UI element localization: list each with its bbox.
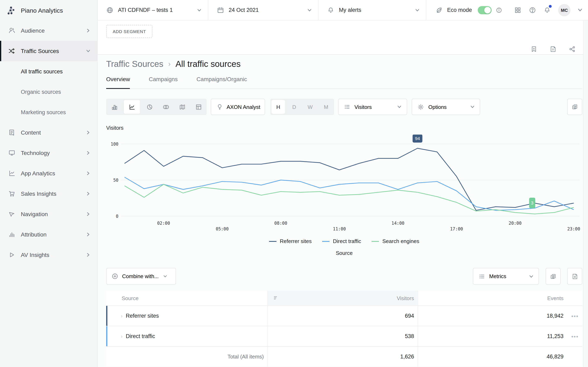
help-icon[interactable]	[529, 6, 536, 14]
date-selector[interactable]: 24 Oct 2021	[208, 0, 319, 20]
notifications-bell[interactable]	[544, 6, 551, 14]
date-value: 24 Oct 2021	[229, 7, 259, 13]
copy-table-button[interactable]	[545, 268, 561, 285]
document-d-icon[interactable]: D	[550, 46, 557, 53]
avatar[interactable]: MC	[558, 4, 571, 16]
granularity-month[interactable]: M	[318, 99, 334, 115]
info-icon[interactable]	[496, 7, 502, 13]
legend-swatch	[372, 241, 379, 242]
eco-mode-control: Eco mode	[426, 0, 502, 20]
sidebar-item-content[interactable]: Content	[0, 122, 97, 143]
site-selector[interactable]: ATI CDFNDF – tests 1	[98, 0, 208, 20]
sidebar-item-attribution[interactable]: Attribution	[0, 224, 97, 245]
legend-swatch	[269, 241, 277, 242]
svg-text:20:00: 20:00	[509, 221, 521, 226]
notification-dot	[549, 5, 552, 8]
chevron-down-icon	[163, 275, 167, 278]
column-header-events[interactable]: Events	[418, 291, 568, 305]
share-icon[interactable]	[569, 46, 576, 53]
row-expand-icon[interactable]: ›	[121, 333, 122, 339]
chevron-down-icon	[307, 8, 311, 12]
scrollbar[interactable]	[583, 20, 588, 367]
axon-analyst-label: AXON Analyst	[227, 104, 260, 110]
traffic-sources-table: Source Visitors Events ›Referrer sites 6…	[106, 291, 582, 367]
breadcrumb: Traffic Sources › All traffic sources	[106, 59, 241, 69]
export-button[interactable]	[567, 268, 582, 285]
copy-chart-button[interactable]	[567, 99, 582, 115]
chevron-right-icon	[86, 233, 90, 236]
column-header-visitors[interactable]: Visitors	[268, 291, 418, 305]
chart-dimension-label: Source	[106, 250, 582, 256]
table-icon[interactable]	[190, 99, 207, 115]
legend-item-search-engines[interactable]: Search engines	[372, 238, 419, 244]
chevron-right-icon	[86, 151, 90, 155]
metrics-dropdown[interactable]: Metrics	[473, 268, 539, 285]
table-header-row: Source Visitors Events	[106, 291, 582, 305]
bookmark-star-icon[interactable]	[530, 46, 537, 53]
venn-icon[interactable]	[158, 99, 174, 115]
copy-icon	[550, 273, 556, 280]
column-header-source[interactable]: Source	[106, 291, 268, 305]
segment-bar: ADD SEGMENT D	[98, 20, 588, 55]
sidebar-item-traffic-sources[interactable]: Traffic Sources	[0, 41, 97, 61]
axon-analyst-button[interactable]: AXON Analyst	[211, 99, 265, 115]
my-alerts-selector[interactable]: My alerts	[319, 0, 426, 20]
eco-mode-label: Eco mode	[447, 7, 472, 13]
svg-text:05:00: 05:00	[216, 226, 229, 231]
chevron-down-icon	[197, 8, 201, 12]
sidebar-subitem-marketing-sources[interactable]: Marketing sources	[0, 102, 97, 122]
add-segment-button[interactable]: ADD SEGMENT	[106, 25, 153, 38]
options-dropdown[interactable]: Options	[412, 99, 480, 115]
row-source-label: Referrer sites	[126, 313, 159, 319]
chevron-right-icon	[86, 171, 90, 175]
visitors-line-chart[interactable]: 05010002:0005:0008:0011:0014:0017:0020:0…	[102, 134, 584, 233]
granularity-day[interactable]: D	[286, 99, 302, 115]
sidebar-item-app-analytics[interactable]: App Analytics	[0, 163, 97, 184]
traffic-sources-icon	[8, 47, 16, 55]
total-label: Total (All items)	[106, 347, 268, 367]
list-icon	[479, 273, 485, 280]
sidebar-item-av-insights[interactable]: AV Insights	[0, 245, 97, 265]
total-visitors-value: 1,626	[268, 347, 418, 367]
granularity-week[interactable]: W	[302, 99, 318, 115]
bar-chart-icon[interactable]	[106, 99, 122, 115]
combine-with-label: Combine with...	[122, 273, 159, 279]
line-chart-icon[interactable]	[124, 100, 140, 114]
chevron-right-icon	[86, 212, 90, 216]
sidebar-item-technology[interactable]: Technology	[0, 143, 97, 163]
app-analytics-icon	[8, 170, 16, 177]
svg-text:08:00: 08:00	[274, 221, 287, 226]
apps-grid-icon[interactable]	[514, 6, 521, 14]
sidebar-item-navigation[interactable]: Navigation	[0, 204, 97, 224]
tab-campaigns-organic[interactable]: Campaigns/Organic	[196, 69, 247, 89]
chevron-down-icon	[415, 8, 419, 12]
metric-dropdown[interactable]: Visitors	[338, 99, 407, 115]
sidebar-item-label: Navigation	[21, 211, 48, 217]
sidebar-item-audience[interactable]: Audience	[0, 20, 97, 41]
sidebar-item-sales-insights[interactable]: Sales Insights	[0, 184, 97, 204]
legend-swatch	[322, 241, 330, 242]
row-menu-icon[interactable]: •••	[571, 313, 579, 319]
map-icon[interactable]	[174, 99, 190, 115]
pie-chart-icon[interactable]	[141, 99, 158, 115]
tab-overview[interactable]: Overview	[106, 69, 130, 89]
granularity-hour[interactable]: H	[272, 100, 285, 114]
chevron-down-icon[interactable]	[578, 8, 582, 12]
legend-item-referrer-sites[interactable]: Referrer sites	[269, 238, 312, 244]
sidebar-subitem-organic-sources[interactable]: Organic sources	[0, 82, 97, 102]
table-row[interactable]: ›Direct traffic 538 11,253 •••	[106, 326, 582, 346]
tab-campaigns[interactable]: Campaigns	[149, 69, 178, 89]
combine-with-button[interactable]: Combine with...	[106, 268, 176, 285]
sidebar-subitem-all-traffic-sources[interactable]: All traffic sources	[0, 61, 97, 82]
page-title: All traffic sources	[175, 59, 241, 69]
row-menu-icon[interactable]: •••	[571, 333, 579, 340]
eco-mode-toggle[interactable]	[478, 6, 492, 14]
legend-item-direct-traffic[interactable]: Direct traffic	[322, 238, 361, 244]
svg-text:0: 0	[116, 214, 118, 219]
row-expand-icon[interactable]: ›	[121, 313, 122, 319]
breadcrumb-section[interactable]: Traffic Sources	[106, 59, 163, 69]
chart-legend: Referrer sites Direct traffic Search eng…	[106, 238, 582, 244]
table-row[interactable]: ›Referrer sites 694 18,942 •••	[106, 305, 582, 326]
av-insights-icon	[8, 251, 16, 259]
metric-dropdown-label: Visitors	[355, 104, 372, 110]
